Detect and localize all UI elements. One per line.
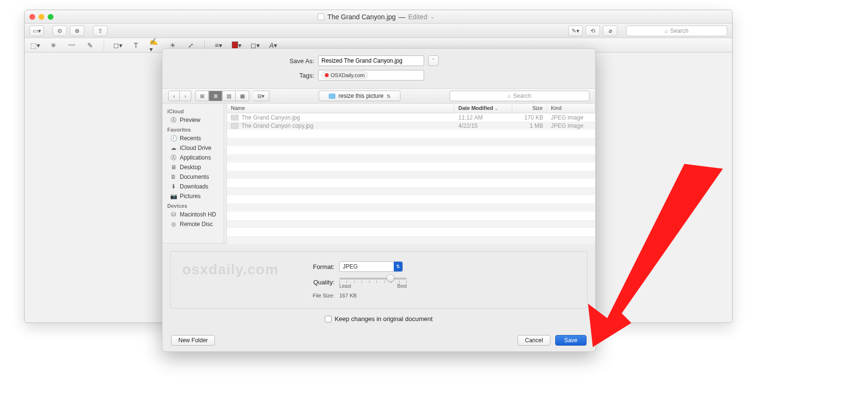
- watermark-text: osxdaily.com: [182, 261, 279, 278]
- sidebar-header-favorites: Favorites: [162, 125, 224, 134]
- sidebar-item-remote-disc[interactable]: ◎Remote Disc: [162, 219, 224, 229]
- tags-input[interactable]: OSXDaily.com: [318, 70, 424, 81]
- column-headers: Name Date Modified⌄ Size Kind: [227, 104, 595, 113]
- view-column-button[interactable]: ▥: [222, 91, 236, 101]
- file-size-value: 167 KB: [339, 293, 357, 298]
- search-icon: ⌕: [665, 27, 668, 34]
- keep-changes-checkbox[interactable]: [325, 316, 332, 322]
- col-name[interactable]: Name: [227, 104, 454, 113]
- sidebar-item-icloud-drive[interactable]: ☁iCloud Drive: [162, 143, 224, 153]
- save-as-input[interactable]: [318, 55, 424, 66]
- sign-button[interactable]: ✍▾: [149, 40, 159, 50]
- new-folder-button[interactable]: New Folder: [171, 335, 215, 346]
- tag-pill[interactable]: OSXDaily.com: [321, 71, 368, 79]
- main-search-placeholder: Search: [670, 27, 688, 34]
- search-icon: ⌕: [507, 93, 511, 99]
- markup-toggle-button[interactable]: ⌀: [603, 26, 617, 36]
- sidebar-toggle-button[interactable]: ▭▾: [29, 26, 44, 36]
- quality-label: Quality:: [180, 279, 339, 286]
- sidebar-item-downloads[interactable]: ⬇Downloads: [162, 182, 224, 191]
- view-icon-button[interactable]: ⊞: [195, 91, 209, 101]
- quality-best-label: Best: [397, 283, 407, 289]
- file-row[interactable]: The Grand Canyon copy.jpg 4/22/15 1 MB J…: [227, 121, 595, 130]
- document-proxy-icon[interactable]: [318, 13, 324, 20]
- titlebar: The Grand Canyon.jpg — Edited ⌄: [25, 10, 732, 24]
- sidebar-item-preview[interactable]: ⒶPreview: [162, 115, 224, 125]
- sidebar-item-desktop[interactable]: 🖥Desktop: [162, 162, 224, 172]
- format-value: JPEG: [340, 263, 394, 270]
- sidebar-item-macintosh-hd[interactable]: ⛁Macintosh HD: [162, 210, 224, 219]
- tag-text: OSXDaily.com: [331, 72, 365, 78]
- view-list-button[interactable]: ≣: [209, 91, 222, 101]
- shapes-button[interactable]: ◻▾: [113, 40, 122, 50]
- sheet-nav-bar: ‹ › ⊞ ≣ ▥ ▦ ⊟▾ resize this picture ⇅ ⌕ S…: [162, 88, 595, 104]
- save-sheet: Save As: ˆ Tags: OSXDaily.com ‹ › ⊞ ≣ ▥ …: [162, 48, 596, 352]
- draw-tool-button[interactable]: ✎: [85, 40, 95, 50]
- folder-icon: [329, 94, 335, 99]
- sheet-search-placeholder: Search: [513, 93, 531, 99]
- format-options-box: osxdaily.com Format: JPEG ⇅ Quality:: [170, 251, 588, 309]
- disc-icon: ◎: [170, 221, 177, 228]
- sheet-sidebar: iCloud ⒶPreview Favorites 🕘Recents ☁iClo…: [162, 104, 224, 243]
- col-size[interactable]: Size: [512, 104, 547, 113]
- collapse-sheet-button[interactable]: ˆ: [428, 55, 439, 66]
- sidebar-item-recents[interactable]: 🕘Recents: [162, 134, 224, 143]
- folder-popup-button[interactable]: resize this picture ⇅: [319, 91, 401, 101]
- quality-least-label: Least: [339, 283, 351, 289]
- file-row[interactable]: The Grand Canyon.jpg 11:12 AM 170 KB JPE…: [227, 113, 595, 121]
- nav-forward-button[interactable]: ›: [180, 91, 191, 101]
- file-thumb-icon: [231, 115, 239, 121]
- updown-arrows-icon: ⇅: [387, 94, 390, 99]
- documents-icon: 🗎: [170, 174, 177, 180]
- group-by-button[interactable]: ⊟▾: [253, 91, 269, 101]
- sidebar-item-pictures[interactable]: 📷Pictures: [162, 191, 224, 201]
- tag-color-dot: [325, 73, 329, 77]
- folder-name: resize this picture: [338, 93, 383, 99]
- nav-back-button[interactable]: ‹: [168, 91, 180, 101]
- selection-tool-button[interactable]: ⬚▾: [30, 40, 40, 50]
- disk-icon: ⛁: [170, 211, 177, 218]
- quality-slider[interactable]: [339, 276, 407, 278]
- zoom-window-button[interactable]: [48, 14, 53, 20]
- text-tool-button[interactable]: T: [131, 40, 141, 50]
- file-thumb-icon: [231, 123, 239, 129]
- minimize-window-button[interactable]: [39, 14, 44, 20]
- apps-icon: Ⓐ: [170, 154, 177, 161]
- downloads-icon: ⬇: [170, 183, 177, 190]
- zoom-in-button[interactable]: ⊕: [70, 26, 84, 36]
- edited-status: Edited: [408, 13, 427, 21]
- sheet-search-field[interactable]: ⌕ Search: [450, 91, 589, 101]
- tags-label: Tags:: [171, 72, 318, 79]
- save-button[interactable]: Save: [555, 335, 587, 346]
- format-select[interactable]: JPEG ⇅: [339, 261, 403, 272]
- slider-knob[interactable]: [387, 274, 394, 282]
- close-window-button[interactable]: [29, 14, 35, 20]
- instant-alpha-button[interactable]: ✳: [49, 40, 58, 50]
- title-dropdown-icon[interactable]: ⌄: [430, 14, 434, 19]
- select-arrows-icon: ⇅: [394, 262, 402, 271]
- save-as-label: Save As:: [171, 57, 318, 65]
- zoom-out-button[interactable]: ⊖: [53, 26, 67, 36]
- sidebar-header-devices: Devices: [162, 201, 224, 210]
- col-date-modified[interactable]: Date Modified⌄: [454, 104, 512, 113]
- cloud-icon: ☁: [170, 145, 177, 151]
- sidebar-item-documents[interactable]: 🗎Documents: [162, 172, 224, 182]
- col-kind[interactable]: Kind: [547, 104, 595, 113]
- sketch-tool-button[interactable]: 〰: [67, 40, 77, 50]
- file-size-label: File Size:: [180, 293, 339, 298]
- sidebar-item-applications[interactable]: ⒶApplications: [162, 153, 224, 162]
- pictures-icon: 📷: [170, 193, 177, 200]
- view-gallery-button[interactable]: ▦: [236, 91, 249, 101]
- cancel-button[interactable]: Cancel: [518, 335, 550, 346]
- rotate-button[interactable]: ⟲: [586, 26, 600, 36]
- share-button[interactable]: ⇪: [93, 26, 107, 36]
- keep-changes-label: Keep changes in original document: [334, 315, 432, 322]
- main-search-field[interactable]: ⌕ Search: [626, 26, 727, 36]
- app-icon: Ⓐ: [170, 117, 177, 123]
- main-toolbar: ▭▾ ⊖ ⊕ ⇪ ✎▾ ⟲ ⌀ ⌕ Search: [25, 24, 732, 38]
- sidebar-header-icloud: iCloud: [162, 107, 224, 115]
- sort-desc-icon: ⌄: [494, 106, 498, 111]
- highlight-button[interactable]: ✎▾: [568, 26, 583, 36]
- file-list: Name Date Modified⌄ Size Kind The Grand …: [227, 104, 595, 243]
- clock-icon: 🕘: [170, 135, 177, 142]
